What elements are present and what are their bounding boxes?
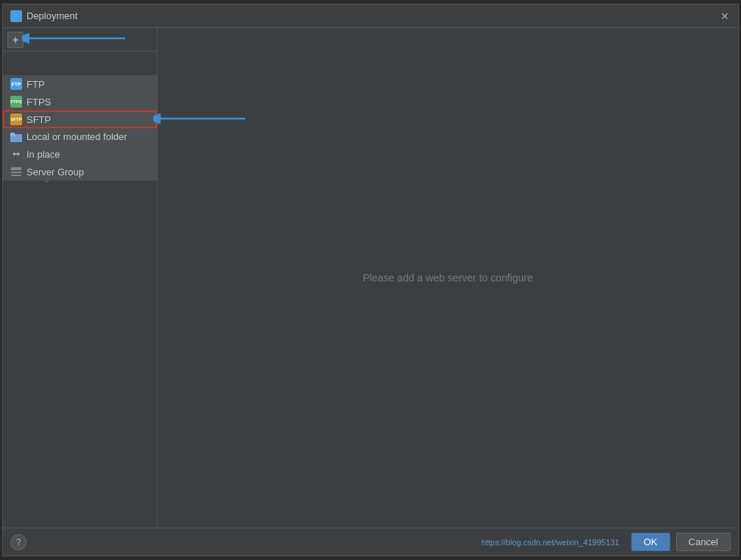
sidebar-toolbar: + (3, 28, 157, 52)
footer-left: ? (10, 534, 27, 550)
svg-rect-9 (10, 133, 15, 136)
svg-rect-11 (11, 172, 21, 173)
svg-rect-12 (11, 175, 21, 176)
menu-item-ftp[interactable]: FTP FTP (3, 75, 157, 93)
server-list: Not configured (3, 157, 157, 528)
deployment-dialog: Deployment ✕ + (2, 4, 739, 556)
dialog-footer: ? https://blog.csdn.net/weixin_41995131 … (3, 528, 738, 556)
svg-rect-10 (11, 167, 21, 170)
url-hint: https://blog.csdn.net/weixin_41995131 (482, 538, 619, 547)
dialog-body: + FTP FTP (3, 28, 738, 528)
servergroup-icon (10, 166, 22, 178)
server-type-menu: FTP FTP FTPS FTPS SFTP SFTP (3, 75, 157, 181)
dialog-title: Deployment (27, 10, 77, 21)
cancel-button[interactable]: Cancel (676, 533, 731, 551)
ftp-icon: FTP (10, 78, 22, 90)
placeholder-message: Please add a web server to configure (362, 272, 533, 284)
add-server-button[interactable]: + (7, 32, 24, 48)
footer-right: https://blog.csdn.net/weixin_41995131 OK… (482, 533, 731, 551)
folder-icon (10, 132, 22, 142)
dialog-icon (10, 10, 22, 22)
inplace-icon (10, 148, 22, 160)
menu-item-sftp-label: SFTP (27, 114, 51, 125)
menu-item-inplace[interactable]: In place (3, 145, 157, 163)
main-content: Please add a web server to configure (158, 28, 738, 528)
menu-item-ftps-label: FTPS (27, 97, 51, 108)
menu-item-ftp-label: FTP (27, 79, 45, 90)
ftps-icon: FTPS (10, 96, 22, 108)
menu-item-local[interactable]: Local or mounted folder (3, 128, 157, 145)
help-button[interactable]: ? (10, 534, 27, 550)
sidebar: + FTP FTP (3, 28, 158, 528)
menu-item-ftps[interactable]: FTPS FTPS (3, 93, 157, 111)
title-bar-left: Deployment (10, 10, 77, 22)
close-button[interactable]: ✕ (719, 10, 731, 22)
menu-item-sftp[interactable]: SFTP SFTP (3, 111, 157, 128)
menu-item-inplace-label: In place (27, 149, 60, 160)
menu-item-servergroup-label: Server Group (27, 167, 84, 178)
add-arrow-annotation (22, 29, 140, 49)
menu-item-local-label: Local or mounted folder (27, 131, 127, 142)
title-bar: Deployment ✕ (3, 4, 738, 28)
ok-button[interactable]: OK (631, 533, 670, 551)
menu-item-servergroup[interactable]: Server Group (3, 163, 157, 181)
sftp-icon: SFTP (10, 113, 22, 125)
